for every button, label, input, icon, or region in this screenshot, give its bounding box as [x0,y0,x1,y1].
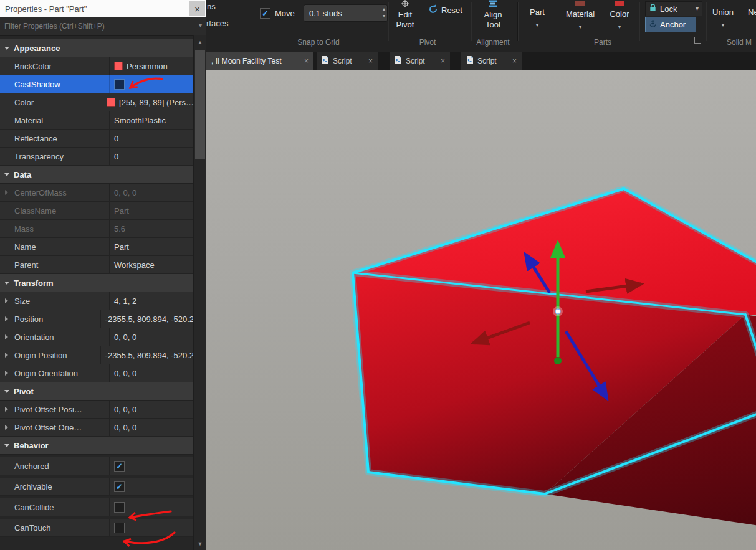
section-label: Appearance [14,44,60,53]
align-tool-label-2: Tool [486,20,500,30]
edit-pivot-label-2: Pivot [396,20,414,30]
close-icon[interactable]: × [368,57,373,65]
stepper-up-icon[interactable]: ▴ [383,6,385,12]
expand-icon[interactable] [5,371,8,376]
property-row-size[interactable]: Size 4, 1, 2 [0,292,194,310]
property-row-classname[interactable]: ClassName Part [0,202,194,220]
reset-pivot-button[interactable]: Reset [428,4,462,16]
document-tab-bar: , II Moon Facility Test × Script × Scrip… [206,52,756,70]
close-icon[interactable]: × [304,57,309,65]
property-value: -2355.5, 809.894, -520.2 [105,315,194,324]
property-row-color[interactable]: Color [255, 89, 89] (Pers… [0,93,194,111]
property-row-pivot-offset-orientation[interactable]: Pivot Offset Orie… 0, 0, 0 [0,419,194,437]
property-label: CenterOfMass [14,188,67,197]
snap-increment-input[interactable]: 0.1 studs ▴ ▾ [304,4,388,22]
selected-part[interactable] [353,189,756,550]
scrollbar-thumb[interactable] [195,50,205,159]
property-label: Orientation [14,333,54,342]
align-tool-button[interactable]: Align Tool [477,0,509,30]
property-row-material[interactable]: Material SmoothPlastic [0,111,194,130]
check-icon: ✓ [262,9,269,17]
property-row-pivot-offset-position[interactable]: Pivot Offset Posi… 0, 0, 0 [0,401,194,419]
property-row-transparency[interactable]: Transparency 0 [0,148,194,166]
property-value: [255, 89, 89] (Pers… [119,98,194,107]
properties-title: Properties - Part "Part" [5,4,87,14]
move-checkbox[interactable]: ✓ [260,8,270,19]
scroll-up-button[interactable]: ▲ [194,36,206,49]
expand-icon[interactable] [5,407,8,412]
toolbar-separator [639,2,639,41]
color-swatch [107,98,115,107]
tab-place[interactable]: , II Moon Facility Test × [206,52,313,70]
tab-script-1[interactable]: Script × [317,52,378,70]
color-dropdown-button[interactable]: Color ▾ [606,1,633,29]
tab-script-2[interactable]: Script × [390,52,450,70]
section-pivot[interactable]: Pivot [0,382,194,401]
lock-button[interactable]: Lock ▾ [645,1,702,16]
filter-properties-bar[interactable]: ▾ [0,17,206,36]
property-row-anchored[interactable]: Anchored ✓ [0,457,194,475]
property-label: CanTouch [14,523,51,533]
property-row-cantouch[interactable]: CanTouch [0,519,194,537]
expand-icon[interactable] [5,298,8,303]
castshadow-checkbox[interactable] [114,79,125,90]
expand-icon[interactable] [5,425,8,430]
property-row-castshadow[interactable]: CastShadow [0,75,194,93]
anchored-checkbox[interactable]: ✓ [114,461,125,472]
viewport-3d[interactable] [206,70,756,550]
property-row-archivable[interactable]: Archivable ✓ [0,478,194,496]
close-icon[interactable]: × [512,57,517,65]
property-value: 0, 0, 0 [114,405,136,414]
section-behavior[interactable]: Behavior [0,437,194,455]
stepper-down-icon[interactable]: ▾ [383,12,385,19]
property-row-reflectance[interactable]: Reflectance 0 [0,130,194,148]
chevron-down-icon[interactable]: ▾ [696,6,699,11]
property-label: Parent [14,260,38,270]
move-snap-toggle[interactable]: ✓ Move [260,8,295,19]
filter-properties-input[interactable] [3,21,194,31]
close-icon[interactable]: × [441,57,445,65]
edit-pivot-button[interactable]: Edit Pivot [390,0,420,30]
scroll-down-button[interactable]: ▼ [194,538,206,550]
property-row-origin-orientation[interactable]: Origin Orientation 0, 0, 0 [0,364,194,382]
union-label: Union [712,7,734,17]
property-row-orientation[interactable]: Orientation 0, 0, 0 [0,328,194,346]
section-appearance[interactable]: Appearance [0,39,194,57]
script-icon [395,56,402,67]
close-panel-button[interactable]: × [189,1,205,16]
section-data[interactable]: Data [0,166,194,184]
section-transform[interactable]: Transform [0,274,194,292]
color-label: Color [610,9,629,19]
expand-icon[interactable] [5,190,8,195]
anchor-button[interactable]: Anchor [645,17,696,32]
property-row-position[interactable]: Position -2355.5, 809.894, -520.2 [0,310,194,328]
property-row-parent[interactable]: Parent Workspace [0,256,194,274]
expand-icon[interactable] [5,334,8,339]
property-row-cancollide[interactable]: CanCollide [0,498,194,516]
property-row-name[interactable]: Name Part [0,238,194,256]
property-label: Anchored [14,462,49,471]
pivot-group-label: Pivot [393,38,462,47]
expand-icon[interactable] [5,316,8,321]
ribbon-toolbar: ns rfaces ✓ Move 0.1 studs ▴ ▾ Snap to G… [206,0,756,52]
dialog-launcher-icon[interactable] [694,37,701,44]
archivable-checkbox[interactable]: ✓ [114,481,125,492]
chevron-down-icon[interactable]: ▾ [199,22,202,29]
part-dropdown-button[interactable]: Part ▾ [522,7,552,27]
property-value: Part [114,242,129,252]
tab-script-3[interactable]: Script × [461,52,522,70]
property-row-brickcolor[interactable]: BrickColor Persimmon [0,57,194,75]
union-button[interactable]: Union ▾ [709,7,737,27]
property-row-centerofmass[interactable]: CenterOfMass 0, 0, 0 [0,184,194,202]
anchor-icon [649,20,657,30]
negate-button[interactable]: Neg [742,7,756,17]
chevron-down-icon [4,47,9,50]
expand-icon[interactable] [5,353,8,358]
stepper-buttons[interactable]: ▴ ▾ [383,6,385,19]
material-dropdown-button[interactable]: Material ▾ [564,1,596,29]
property-row-origin-position[interactable]: Origin Position -2355.5, 809.894, -520.2 [0,346,194,364]
properties-scrollbar[interactable]: ▲ ▼ [193,35,206,550]
cancollide-checkbox[interactable] [114,502,125,513]
cantouch-checkbox[interactable] [114,523,125,533]
property-row-mass[interactable]: Mass 5.6 [0,220,194,238]
